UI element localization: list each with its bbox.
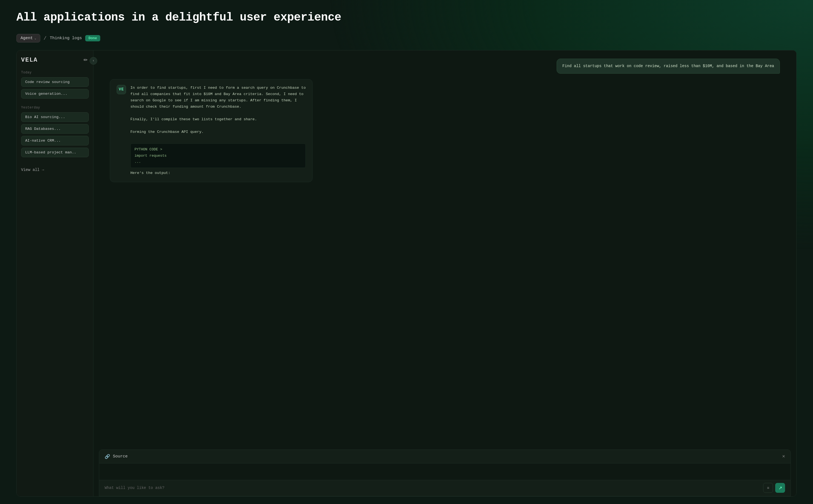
chat-messages: Find all startups that work on code revi…	[93, 50, 796, 449]
thinking-logs-label: Thinking logs	[50, 36, 82, 41]
source-header: 🔗 Source ×	[99, 450, 791, 463]
new-chat-button[interactable]: ✏	[82, 56, 89, 64]
source-icon: 🔗	[105, 454, 110, 459]
agent-text-line-3: search on Google to see if I am missing …	[130, 98, 306, 104]
today-label: Today	[21, 71, 89, 75]
agent-message: VE In order to find startups, first I ne…	[110, 79, 313, 182]
sidebar-item-voice-generation[interactable]: Voice generation...	[21, 89, 89, 99]
yesterday-label: Yesterday	[21, 106, 89, 110]
source-title: 🔗 Source	[105, 454, 128, 459]
sidebar-item-ai-crm[interactable]: AI-native CRM...	[21, 136, 89, 145]
agent-text-line-4: should check their funding amount from C…	[130, 104, 306, 110]
send-button[interactable]: ↗	[775, 483, 785, 493]
view-all-link[interactable]: View all →	[21, 167, 89, 173]
source-close-button[interactable]: ×	[782, 454, 785, 459]
chat-input[interactable]	[105, 486, 760, 490]
input-area: ≡ ↗	[99, 480, 791, 496]
sidebar-yesterday-section: Yesterday Bio AI sourcing... RAG Databas…	[21, 106, 89, 159]
agent-text-line-1: In order to find startups, first I need …	[130, 85, 306, 91]
agent-label: Agent	[21, 36, 33, 41]
collapse-sidebar-button[interactable]: ‹	[90, 57, 97, 65]
sidebar-item-rag-databases[interactable]: RAG Databases...	[21, 124, 89, 134]
sidebar-today-section: Today Code review sourcing Voice generat…	[21, 71, 89, 101]
code-line-2: ...	[134, 159, 302, 165]
agent-text-line-2: find all companies that fit into $10M an…	[130, 91, 306, 98]
agent-text-line-5: Finally, I'll compile these two lists to…	[130, 116, 306, 123]
breadcrumb: Agent ⌄ / Thinking logs Done	[16, 34, 797, 42]
input-controls: ≡ ↗	[763, 483, 785, 493]
user-message: Find all startups that work on code revi…	[557, 59, 780, 74]
code-block: PYTHON CODE > import requests ...	[130, 144, 306, 168]
filter-button[interactable]: ≡	[763, 483, 773, 493]
sidebar-item-code-review[interactable]: Code review sourcing	[21, 77, 89, 87]
sidebar-item-llm-project[interactable]: LLM-based project man..	[21, 148, 89, 157]
code-line-1: import requests	[134, 153, 302, 159]
app-window: VELA ✏ Today Code review sourcing Voice …	[16, 50, 797, 497]
sidebar-item-bio-ai[interactable]: Bio AI sourcing...	[21, 112, 89, 122]
output-line: Here's the output:	[130, 170, 306, 176]
logo: VELA	[21, 57, 38, 64]
source-panel: 🔗 Source × ≡ ↗	[99, 449, 791, 496]
page-title: All applications in a delightful user ex…	[16, 11, 797, 24]
agent-button[interactable]: Agent ⌄	[16, 34, 40, 42]
agent-message-content: In order to find startups, first I need …	[130, 85, 306, 176]
source-title-text: Source	[113, 454, 128, 459]
code-label: PYTHON CODE >	[134, 147, 302, 153]
agent-text-line-6: Forming the Crunchbase API query.	[130, 129, 306, 135]
source-body	[99, 463, 791, 480]
sidebar-header: VELA ✏	[21, 56, 89, 64]
sidebar: VELA ✏ Today Code review sourcing Voice …	[17, 50, 93, 496]
status-badge: Done	[85, 35, 100, 41]
chevron-down-icon: ⌄	[35, 37, 36, 40]
chat-area: ‹ Find all startups that work on code re…	[93, 50, 796, 496]
agent-avatar: VE	[117, 85, 126, 94]
breadcrumb-separator: /	[44, 36, 47, 41]
